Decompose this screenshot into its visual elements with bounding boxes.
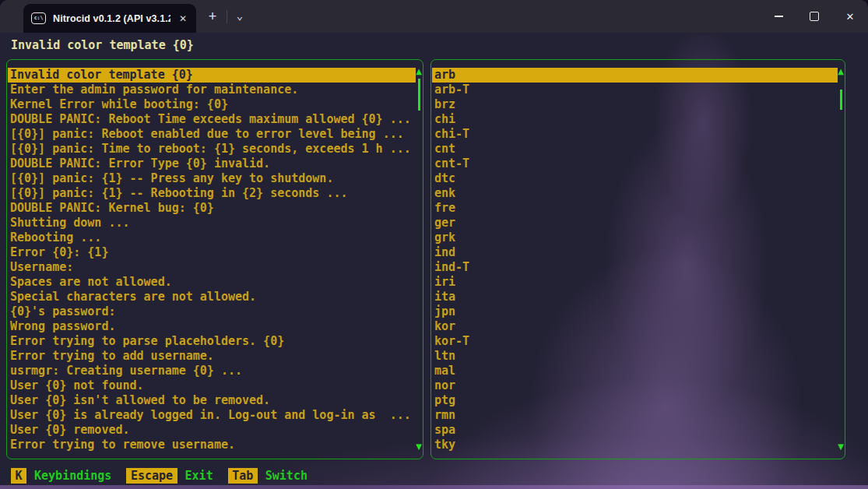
tab-close-icon[interactable]: ✕ [177,13,188,24]
window-controls: ✕ [761,0,868,33]
bottom-glow-strip [0,485,868,489]
scroll-up-icon[interactable]: ▲ [415,68,423,76]
list-item[interactable]: User {0} removed. [8,423,416,438]
tab-dropdown-button[interactable]: ⌄ [230,6,250,28]
list-item[interactable]: Invalid color template {0} [8,68,416,83]
keybinding-hint: Escape Exit [126,468,213,484]
list-item[interactable]: ptg [432,393,838,408]
list-item[interactable]: [{0}] panic: Time to reboot: {1} seconds… [8,142,416,157]
list-item[interactable]: spa [432,423,838,438]
list-item[interactable]: kor [432,319,838,334]
list-item[interactable]: User {0} not found. [8,378,416,393]
list-item[interactable]: kor-T [432,334,838,349]
list-item[interactable]: Rebooting ... [8,230,416,245]
strings-list: Invalid color template {0}Enter the admi… [8,68,416,452]
list-item[interactable]: DOUBLE PANIC: Error Type {0} invalid. [8,157,416,171]
list-item[interactable]: [{0}] panic: {1} -- Rebooting in {2} sec… [8,186,416,201]
chevron-down-icon: ⌄ [237,9,243,22]
keybinding-hint: Tab Switch [228,468,307,484]
list-item[interactable]: User {0} is already logged in. Log-out a… [8,408,416,423]
list-item[interactable]: ita [432,290,838,304]
list-item[interactable]: dtc [432,171,838,186]
list-item[interactable]: arb [432,68,838,83]
list-item[interactable]: iri [432,275,838,290]
list-item[interactable]: ltn [432,349,838,364]
list-item[interactable]: Error trying to remove username. [8,438,416,452]
list-item[interactable]: chi-T [432,127,838,142]
plus-icon: + [209,9,217,24]
terminal-icon: c:\ [31,12,46,24]
keybinding-hint: K Keybindings [11,468,111,484]
terminal-tab[interactable]: c:\ Nitrocid v0.1.2 (API v3.1.27.48) ✕ [23,4,196,33]
window-titlebar: c:\ Nitrocid v0.1.2 (API v3.1.27.48) ✕ +… [0,0,868,33]
list-item[interactable]: rmn [432,408,838,423]
list-item[interactable]: ind [432,245,838,260]
list-item[interactable]: Error trying to parse placeholders. {0} [8,334,416,349]
list-item[interactable]: User {0} isn't allowed to be removed. [8,393,416,408]
strings-list-panel: Invalid color template {0}Enter the admi… [6,59,423,459]
list-item[interactable]: DOUBLE PANIC: Reboot Time exceeds maximu… [8,112,416,127]
list-item[interactable]: Special characters are not allowed. [8,290,416,304]
new-tab-button[interactable]: + [201,6,224,28]
scrollbar-thumb[interactable] [840,90,842,110]
list-item[interactable]: Wrong password. [8,319,416,334]
list-item[interactable]: Error trying to add username. [8,349,416,364]
key-chip[interactable]: Tab [228,468,258,484]
tabbar-divider [227,10,227,23]
maximize-icon [810,12,819,21]
list-item[interactable]: brz [432,97,838,112]
list-item[interactable]: Kernel Error while booting: {0} [8,97,416,112]
list-item[interactable]: mal [432,364,838,378]
status-bar: K Keybindings Escape Exit Tab Switch [11,468,322,484]
scroll-down-icon[interactable]: ▼ [837,443,845,451]
languages-list-panel: arbarb-Tbrzchichi-Tcntcnt-Tdtcenkfregerg… [430,59,845,459]
scroll-up-icon[interactable]: ▲ [837,68,845,76]
list-item[interactable]: cnt-T [432,157,838,171]
key-action-label: Switch [265,469,307,483]
maximize-button[interactable] [796,0,832,33]
list-item[interactable]: cnt [432,142,838,157]
terminal-window: c:\ Nitrocid v0.1.2 (API v3.1.27.48) ✕ +… [0,0,868,489]
key-chip[interactable]: Escape [126,468,177,484]
list-item[interactable]: ind-T [432,260,838,275]
list-item[interactable]: Shutting down ... [8,216,416,230]
list-item[interactable]: usrmgr: Creating username {0} ... [8,364,416,378]
scrollbar-thumb[interactable] [418,79,420,111]
list-item[interactable]: tky [432,438,838,452]
key-action-label: Keybindings [34,469,111,483]
minimize-icon [775,16,783,17]
page-title: Invalid color template {0} [11,38,194,52]
list-item[interactable]: nor [432,378,838,393]
strings-scrollbar: ▲ ▼ [415,67,423,452]
list-item[interactable]: fre [432,201,838,216]
key-chip[interactable]: K [11,468,26,484]
list-item[interactable]: DOUBLE PANIC: Kernel bug: {0} [8,201,416,216]
list-item[interactable]: [{0}] panic: Reboot enabled due to error… [8,127,416,142]
scroll-down-icon[interactable]: ▼ [415,443,423,451]
list-item[interactable]: {0}'s password: [8,304,416,319]
tab-title: Nitrocid v0.1.2 (API v3.1.27.48) [53,13,170,24]
list-item[interactable]: Enter the admin password for maintenance… [8,83,416,97]
list-item[interactable]: Username: [8,260,416,275]
list-item[interactable]: jpn [432,304,838,319]
list-item[interactable]: enk [432,186,838,201]
languages-list: arbarb-Tbrzchichi-Tcntcnt-Tdtcenkfregerg… [432,68,838,452]
languages-scrollbar: ▲ ▼ [837,67,845,452]
list-item[interactable]: chi [432,112,838,127]
list-item[interactable]: arb-T [432,83,838,97]
close-icon: ✕ [846,11,855,23]
list-item[interactable]: [{0}] panic: {1} -- Press any key to shu… [8,171,416,186]
minimize-button[interactable] [761,0,796,33]
list-item[interactable]: Error {0}: {1} [8,245,416,260]
terminal-screen: Invalid color template {0} Invalid color… [0,33,868,489]
key-action-label: Exit [185,469,213,483]
close-button[interactable]: ✕ [832,0,868,33]
list-item[interactable]: ger [432,216,838,230]
list-item[interactable]: Spaces are not allowed. [8,275,416,290]
list-item[interactable]: grk [432,230,838,245]
